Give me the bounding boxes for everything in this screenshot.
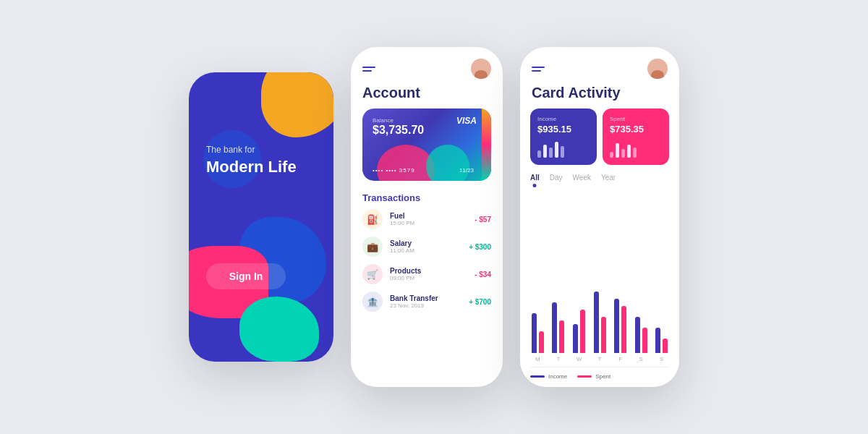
avatar[interactable]: [471, 59, 491, 79]
bank-info: Bank Transfer 23 Nov, 2019: [390, 294, 461, 309]
transaction-item[interactable]: ⛽ Fuel 15:00 PM - $57: [362, 209, 491, 229]
transaction-item[interactable]: 🏦 Bank Transfer 23 Nov, 2019 + $700: [362, 292, 491, 312]
account-header: [351, 47, 503, 85]
income-legend-dot: [530, 375, 545, 378]
tagline: The bank for: [206, 145, 316, 155]
bar-income: [635, 317, 640, 353]
bar-pair: [614, 281, 626, 353]
products-time: 09:00 PM: [390, 275, 467, 281]
bar-spent: [601, 317, 606, 353]
bar-income: [532, 313, 537, 353]
bar-label: T: [598, 356, 602, 362]
bar-pair: [573, 281, 585, 353]
income-card: Income $935.15: [530, 109, 597, 165]
avatar[interactable]: [647, 59, 668, 79]
avatar-body: [475, 70, 488, 79]
phone-account: Account Balance $3,735.70 •••• •••• 3579…: [351, 47, 503, 387]
legend-income: Income: [530, 373, 567, 380]
avatar-body: [651, 70, 664, 79]
credit-card[interactable]: Balance $3,735.70 •••• •••• 3579 11/23 V…: [362, 109, 491, 181]
products-amount: - $34: [475, 271, 491, 278]
bar-chart: MTWTFSS: [530, 190, 669, 367]
bar-label: S: [639, 356, 643, 362]
menu-icon[interactable]: [362, 67, 375, 72]
bank-name: Bank Transfer: [390, 294, 461, 302]
transactions-title: Transactions: [351, 192, 503, 209]
chart-area: MTWTFSS Income Spent: [520, 190, 679, 387]
main-title: Modern Life: [206, 158, 316, 176]
bar-income: [573, 324, 578, 353]
bar-label: T: [556, 356, 560, 362]
card-number: •••• •••• 3579: [373, 167, 415, 174]
fuel-amount: - $57: [475, 216, 491, 224]
transaction-item[interactable]: 🛒 Products 09:00 PM - $34: [362, 264, 491, 284]
bar-spent: [580, 310, 585, 353]
card-expiry: 11/23: [459, 167, 474, 174]
signin-button[interactable]: Sign In: [206, 263, 286, 289]
period-tabs: All Day Week Year: [520, 174, 679, 190]
visa-logo: VISA: [456, 116, 477, 126]
bar-income: [552, 302, 557, 353]
bar-income: [594, 292, 599, 353]
bar-spent: [621, 306, 626, 353]
fuel-info: Fuel 15:00 PM: [390, 212, 467, 226]
bar-group: T: [551, 281, 566, 362]
bar-label: M: [535, 356, 540, 362]
income-label: Income: [537, 116, 590, 122]
tab-year[interactable]: Year: [601, 174, 616, 184]
income-amount: $935.15: [537, 124, 590, 135]
salary-info: Salary 11:00 AM: [390, 239, 461, 254]
spent-mini-bars: [610, 140, 662, 158]
menu-icon[interactable]: [532, 67, 545, 72]
bar-pair: [532, 281, 544, 353]
salary-icon: 💼: [362, 237, 383, 257]
spent-card: Spent $735.35: [603, 109, 669, 165]
bar-group: T: [592, 281, 608, 362]
bar-spent: [559, 320, 564, 353]
bank-icon: 🏦: [362, 292, 383, 312]
legend-spent: Spent: [577, 373, 610, 380]
transaction-list: ⛽ Fuel 15:00 PM - $57 💼 Salary 11:00 AM …: [351, 209, 503, 312]
income-mini-bars: [537, 140, 590, 158]
tab-week[interactable]: Week: [573, 174, 591, 184]
salary-amount: + $300: [469, 243, 491, 251]
spent-legend-label: Spent: [595, 373, 610, 380]
fuel-icon: ⛽: [362, 209, 383, 229]
bar-group: S: [654, 281, 669, 362]
bar-label: F: [618, 356, 622, 362]
spent-label: Spent: [610, 116, 662, 122]
products-name: Products: [390, 267, 467, 275]
stat-cards: Income $935.15 Spent $735.35: [520, 109, 679, 174]
products-info: Products 09:00 PM: [390, 267, 467, 281]
products-icon: 🛒: [362, 264, 383, 284]
bar-income: [655, 328, 660, 353]
bar-group: M: [530, 281, 545, 362]
bar-spent: [663, 339, 668, 353]
account-title: Account: [351, 85, 503, 109]
bar-group: F: [613, 281, 628, 362]
bar-spent: [539, 331, 544, 353]
chart-legend: Income Spent: [530, 367, 669, 380]
income-legend-label: Income: [548, 373, 567, 380]
transaction-item[interactable]: 💼 Salary 11:00 AM + $300: [362, 237, 491, 257]
tab-all[interactable]: All: [530, 174, 540, 184]
bar-pair: [655, 281, 668, 353]
activity-header: [520, 47, 679, 85]
bank-amount: + $700: [469, 298, 491, 306]
spent-legend-dot: [577, 375, 592, 378]
activity-title: Card Activity: [520, 85, 679, 109]
phone-activity: Card Activity Income $935.15 Spent $735.…: [520, 47, 679, 387]
tab-day[interactable]: Day: [550, 174, 563, 184]
bar-group: S: [634, 281, 649, 362]
bank-time: 23 Nov, 2019: [390, 302, 461, 309]
fuel-name: Fuel: [390, 212, 467, 220]
bar-spent: [642, 328, 647, 353]
bar-label: W: [576, 356, 582, 362]
salary-name: Salary: [390, 239, 461, 247]
bar-pair: [552, 281, 564, 353]
bar-group: W: [571, 281, 587, 362]
phone-signin: The bank for Modern Life Sign In: [189, 72, 333, 362]
bar-label: S: [660, 356, 663, 362]
bar-pair: [594, 281, 606, 353]
bar-income: [614, 299, 619, 353]
